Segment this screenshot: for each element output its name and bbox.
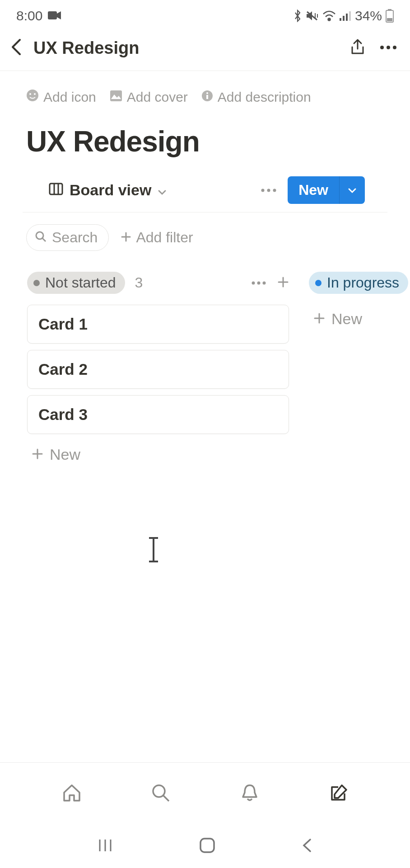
view-selector[interactable]: Board view bbox=[49, 181, 167, 199]
plus-icon bbox=[313, 310, 325, 328]
svg-point-14 bbox=[393, 46, 396, 49]
svg-point-15 bbox=[27, 90, 38, 101]
add-cover-label: Add cover bbox=[127, 90, 188, 105]
new-card-label: New bbox=[331, 310, 362, 328]
android-status-bar: 8:00 34% bbox=[0, 0, 410, 30]
svg-rect-22 bbox=[50, 184, 62, 194]
svg-rect-7 bbox=[346, 14, 348, 21]
text-cursor-icon bbox=[153, 538, 154, 561]
wifi-icon bbox=[322, 10, 336, 21]
plus-icon bbox=[121, 229, 131, 246]
battery-icon bbox=[386, 9, 394, 23]
svg-point-20 bbox=[206, 92, 208, 94]
svg-point-41 bbox=[153, 785, 165, 797]
filter-row: Search Add filter bbox=[0, 212, 410, 251]
search-icon bbox=[35, 229, 47, 246]
svg-rect-5 bbox=[340, 18, 341, 21]
status-pill-in-progress[interactable]: In progress bbox=[309, 272, 408, 294]
status-time: 8:00 bbox=[16, 8, 42, 24]
status-dot-icon bbox=[33, 280, 40, 286]
svg-rect-21 bbox=[206, 95, 208, 99]
svg-point-32 bbox=[252, 281, 255, 284]
svg-point-26 bbox=[267, 189, 270, 192]
svg-point-12 bbox=[380, 46, 384, 49]
svg-rect-6 bbox=[343, 16, 345, 21]
svg-rect-46 bbox=[200, 839, 214, 852]
new-button-group: New bbox=[288, 176, 365, 204]
compose-tab[interactable] bbox=[326, 780, 351, 806]
search-input[interactable]: Search bbox=[26, 224, 109, 251]
view-more-button[interactable] bbox=[261, 186, 277, 194]
new-card-button[interactable]: New bbox=[309, 305, 410, 333]
column-more-button[interactable] bbox=[251, 279, 266, 287]
column-add-button[interactable] bbox=[277, 276, 289, 290]
search-placeholder: Search bbox=[52, 229, 98, 246]
svg-point-4 bbox=[328, 19, 330, 21]
board-card[interactable]: Card 1 bbox=[27, 305, 289, 344]
svg-line-42 bbox=[163, 796, 169, 801]
share-button[interactable] bbox=[349, 38, 366, 58]
svg-point-17 bbox=[34, 93, 36, 95]
svg-rect-8 bbox=[349, 11, 351, 21]
board-view-icon bbox=[49, 181, 63, 199]
svg-point-27 bbox=[273, 189, 276, 192]
board-card[interactable]: Card 2 bbox=[27, 350, 289, 389]
home-tab[interactable] bbox=[59, 780, 84, 806]
add-description-button[interactable]: Add description bbox=[201, 90, 311, 105]
svg-point-33 bbox=[257, 281, 261, 284]
svg-line-29 bbox=[42, 238, 46, 241]
mute-vibrate-icon bbox=[305, 10, 319, 22]
status-label: In progress bbox=[327, 274, 399, 291]
add-icon-label: Add icon bbox=[43, 90, 96, 105]
svg-point-28 bbox=[36, 232, 43, 239]
android-nav-bar bbox=[0, 823, 410, 868]
info-icon bbox=[201, 90, 213, 105]
android-back-button[interactable] bbox=[301, 838, 313, 853]
column-count: 3 bbox=[135, 274, 143, 291]
svg-point-25 bbox=[261, 189, 265, 192]
plus-icon bbox=[32, 446, 43, 463]
smiley-icon bbox=[26, 89, 39, 105]
svg-rect-11 bbox=[387, 18, 392, 21]
add-icon-button[interactable]: Add icon bbox=[26, 89, 96, 105]
page-title[interactable]: UX Redesign bbox=[0, 105, 410, 158]
new-button-dropdown[interactable] bbox=[340, 176, 365, 204]
image-icon bbox=[110, 90, 122, 105]
board-column-not-started: Not started 3 Card 1 Card 2 Card 3 New bbox=[27, 272, 289, 469]
bluetooth-icon bbox=[294, 9, 302, 22]
back-button[interactable] bbox=[10, 38, 23, 58]
search-tab[interactable] bbox=[148, 780, 173, 806]
add-filter-label: Add filter bbox=[136, 229, 193, 246]
add-description-label: Add description bbox=[218, 90, 311, 105]
more-options-button[interactable] bbox=[379, 44, 397, 52]
svg-rect-18 bbox=[110, 90, 122, 101]
status-label: Not started bbox=[45, 274, 116, 291]
view-name: Board view bbox=[70, 181, 151, 199]
android-recents-button[interactable] bbox=[97, 838, 113, 853]
page-actions-row: Add icon Add cover Add description bbox=[0, 71, 410, 105]
new-card-label: New bbox=[50, 446, 80, 463]
notifications-tab[interactable] bbox=[237, 780, 262, 806]
add-cover-button[interactable]: Add cover bbox=[110, 90, 188, 105]
svg-point-16 bbox=[29, 93, 31, 95]
bottom-tab-bar bbox=[0, 762, 410, 823]
svg-rect-0 bbox=[48, 11, 57, 19]
app-header: UX Redesign bbox=[0, 30, 410, 71]
android-home-button[interactable] bbox=[199, 837, 216, 854]
status-dot-icon bbox=[315, 280, 321, 286]
battery-text: 34% bbox=[355, 8, 382, 24]
header-title[interactable]: UX Redesign bbox=[33, 38, 139, 58]
board: Not started 3 Card 1 Card 2 Card 3 New bbox=[0, 251, 410, 469]
add-filter-button[interactable]: Add filter bbox=[121, 229, 193, 246]
new-button[interactable]: New bbox=[288, 176, 340, 204]
view-selector-row: Board view New bbox=[23, 158, 387, 212]
board-card[interactable]: Card 3 bbox=[27, 395, 289, 434]
status-pill-not-started[interactable]: Not started bbox=[27, 272, 125, 294]
svg-point-13 bbox=[387, 46, 390, 49]
new-card-button[interactable]: New bbox=[27, 440, 289, 469]
video-recording-icon bbox=[48, 8, 61, 24]
signal-icon bbox=[340, 10, 351, 21]
svg-point-34 bbox=[263, 281, 266, 284]
board-column-in-progress: In progress New bbox=[309, 272, 410, 469]
chevron-down-icon bbox=[158, 181, 167, 199]
